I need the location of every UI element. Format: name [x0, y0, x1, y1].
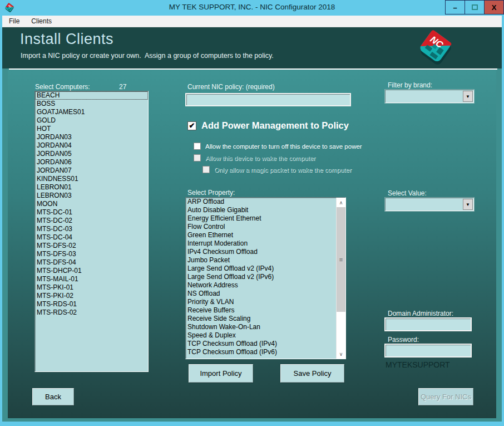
list-item[interactable]: MTS-DC-01 — [35, 208, 148, 217]
list-item[interactable]: MTS-PKI-02 — [35, 292, 148, 300]
app-window: NC MY TEK SUPPORT, INC. - NIC Configurat… — [0, 0, 504, 426]
brand-dropdown-button[interactable]: ▼ — [463, 91, 473, 102]
save-policy-button[interactable]: Save Policy — [280, 364, 344, 383]
filter-by-brand-label: Filter by brand: — [388, 81, 432, 89]
list-item[interactable]: TCP Checksum Offload (IPv4) — [186, 340, 336, 348]
list-item[interactable]: Interrupt Moderation — [186, 239, 336, 248]
window-title: MY TEK SUPPORT, INC. - NIC Configurator … — [0, 3, 504, 11]
add-power-management-checkbox[interactable]: ✔ Add Power Management to Policy — [187, 120, 349, 131]
minimize-icon: – — [453, 3, 457, 12]
list-item[interactable]: Network Address — [186, 281, 336, 290]
list-item[interactable]: ARP Offload — [186, 198, 336, 206]
list-item[interactable]: KINDNESS01 — [35, 175, 148, 183]
list-item[interactable]: Shutdown Wake-On-Lan — [186, 323, 336, 331]
list-item[interactable]: MTS-DFS-02 — [35, 242, 148, 250]
menu-bar: File Clients — [2, 16, 502, 27]
title-bar: NC MY TEK SUPPORT, INC. - NIC Configurat… — [0, 0, 504, 16]
list-item[interactable]: Priority & VLAN — [186, 298, 336, 306]
select-computers-label: Select Computers: — [35, 83, 90, 91]
list-item[interactable]: JORDAN06 — [35, 158, 148, 167]
list-item[interactable]: MTS-DFS-03 — [35, 250, 148, 258]
list-item[interactable]: JORDAN03 — [35, 133, 148, 141]
list-item[interactable]: JORDAN04 — [35, 141, 148, 150]
list-item[interactable]: Green Ethernet — [186, 231, 336, 239]
property-list-scrollbar[interactable]: ∧ ≡ ∨ — [336, 198, 345, 359]
scroll-up-icon: ∧ — [339, 200, 343, 205]
list-item[interactable]: LEBRON01 — [35, 183, 148, 192]
scrollbar-thumb[interactable]: ≡ — [337, 207, 345, 312]
list-item[interactable]: MTS-DFS-04 — [35, 258, 148, 267]
list-item[interactable]: BOSS — [35, 100, 148, 108]
menu-file[interactable]: File — [9, 17, 19, 25]
nic-policy-input[interactable] — [185, 93, 351, 106]
computers-listbox[interactable]: BEACHBOSSGOATJAMES01GOLDHOTJORDAN03JORDA… — [34, 91, 149, 372]
list-item[interactable]: MTS-DC-04 — [35, 233, 148, 242]
domain-name-text: MYTEKSUPPORT — [386, 360, 450, 369]
back-button[interactable]: Back — [32, 388, 74, 405]
list-item[interactable]: TCP Checksum Offload (IPv6) — [186, 348, 336, 356]
scroll-down-icon: ∨ — [339, 351, 343, 357]
property-listbox[interactable]: ARP OffloadAuto Disable GigabitEnergy Ef… — [185, 197, 346, 359]
checkbox-unchecked-icon — [194, 154, 201, 161]
nc-logo-icon: NC — [417, 30, 454, 66]
list-item[interactable]: IPv4 Checksum Offload — [186, 248, 336, 256]
magic-packet-label: Only allow a magic packet to wake the co… — [214, 167, 352, 173]
list-item[interactable]: MTS-DC-02 — [35, 217, 148, 225]
list-item[interactable]: HOT — [35, 125, 148, 133]
window-controls: – X — [446, 0, 504, 14]
list-item[interactable]: MTS-RDS-02 — [35, 309, 148, 317]
allow-turn-off-label: Allow the computer to turn off this devi… — [205, 143, 362, 150]
chevron-down-icon: ▼ — [466, 94, 470, 99]
list-item[interactable]: MTS-DHCP-01 — [35, 267, 148, 275]
list-item[interactable]: GOATJAMES01 — [35, 108, 148, 116]
allow-turn-off-checkbox[interactable]: Allow the computer to turn off this devi… — [194, 143, 362, 150]
list-item[interactable]: Receive Buffers — [186, 306, 336, 315]
list-item[interactable]: Energy Efficient Ethernet — [186, 214, 336, 223]
checkbox-unchecked-icon — [194, 143, 201, 150]
list-item[interactable]: MTS-RDS-01 — [35, 300, 148, 309]
password-label: Password: — [388, 336, 419, 344]
page-title: Install Clients — [20, 31, 113, 48]
chevron-down-icon: ▼ — [466, 202, 470, 207]
select-property-label: Select Property: — [187, 189, 235, 197]
header-separator — [9, 68, 497, 70]
scroll-up-button[interactable]: ∧ — [337, 198, 345, 207]
list-item[interactable]: MTS-MAIL-01 — [35, 275, 148, 283]
password-input[interactable] — [384, 344, 472, 358]
checkbox-checked-icon: ✔ — [187, 121, 196, 130]
minimize-button[interactable]: – — [445, 0, 465, 14]
list-item[interactable]: BEACH — [35, 91, 148, 100]
scroll-down-button[interactable]: ∨ — [337, 349, 345, 359]
menu-clients[interactable]: Clients — [31, 17, 52, 25]
brand-filter-combobox[interactable]: ▼ — [385, 90, 474, 103]
value-select-combobox[interactable]: ▼ — [385, 198, 474, 211]
list-item[interactable]: Speed & Duplex — [186, 331, 336, 340]
page-subtitle: Import a NIC policy or create your own. … — [21, 52, 274, 60]
list-item[interactable]: MTS-DC-03 — [35, 225, 148, 233]
checkbox-unchecked-icon — [202, 166, 210, 173]
list-item[interactable]: Jumbo Packet — [186, 256, 336, 265]
list-item[interactable]: Auto Disable Gigabit — [186, 206, 336, 214]
domain-admin-input[interactable] — [384, 317, 472, 331]
list-item[interactable]: MOON — [35, 200, 148, 208]
list-item[interactable]: LEBRON03 — [35, 192, 148, 200]
client-area: Install Clients Import a NIC policy or c… — [2, 27, 502, 422]
maximize-icon — [472, 4, 478, 10]
list-item[interactable]: Large Send Offload v2 (IPv4) — [186, 265, 336, 273]
list-item[interactable]: JORDAN07 — [35, 167, 148, 175]
import-policy-button[interactable]: Import Policy — [189, 364, 253, 383]
maximize-button[interactable] — [465, 0, 485, 14]
list-item[interactable]: MTS-PKI-01 — [35, 283, 148, 292]
list-item[interactable]: GOLD — [35, 116, 148, 125]
list-item[interactable]: Large Send Offload v2 (IPv6) — [186, 273, 336, 281]
close-button[interactable]: X — [484, 0, 504, 14]
value-dropdown-button[interactable]: ▼ — [463, 199, 473, 210]
list-item[interactable]: Receive Side Scaling — [186, 315, 336, 323]
magic-packet-checkbox: Only allow a magic packet to wake the co… — [202, 166, 352, 173]
list-item[interactable]: NS Offload — [186, 290, 336, 298]
property-list-items[interactable]: ARP OffloadAuto Disable GigabitEnergy Ef… — [186, 198, 336, 359]
allow-wake-checkbox: Allow this device to wake the computer — [194, 154, 315, 161]
query-for-nics-button: Query For NICs — [418, 388, 473, 405]
list-item[interactable]: JORDAN05 — [35, 150, 148, 158]
list-item[interactable]: Flow Control — [186, 223, 336, 231]
